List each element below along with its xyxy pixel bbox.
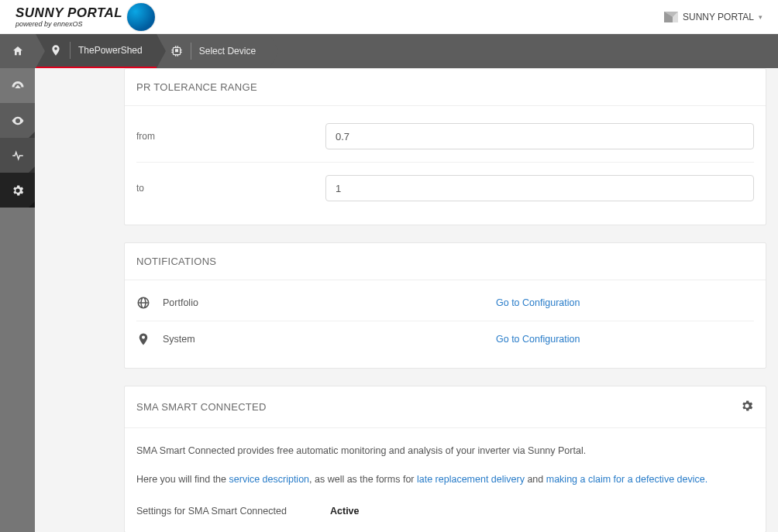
globe-icon bbox=[136, 296, 150, 310]
panel-pr-tolerance-title: PR TOLERANCE RANGE bbox=[136, 81, 257, 93]
breadcrumb-select-device-label: Select Device bbox=[199, 46, 256, 57]
link-portfolio-config[interactable]: Go to Configuration bbox=[496, 297, 580, 308]
gear-icon bbox=[740, 399, 754, 413]
input-pr-to[interactable] bbox=[325, 175, 754, 201]
breadcrumb-bar: ThePowerShed Select Device bbox=[0, 34, 778, 68]
home-icon bbox=[12, 45, 24, 57]
smart-setting-row: Settings for SMA Smart Connected Active bbox=[136, 490, 754, 521]
notification-row-portfolio: Portfolio Go to Configuration bbox=[136, 285, 754, 321]
smart-text-part-a: Here you will find the bbox=[136, 474, 229, 485]
smart-description-2: Here you will find the service descripti… bbox=[136, 462, 754, 490]
notification-row-system: System Go to Configuration bbox=[136, 321, 754, 357]
link-system-config[interactable]: Go to Configuration bbox=[496, 334, 580, 345]
portal-switcher[interactable]: SUNNY PORTAL ▾ bbox=[664, 12, 763, 22]
notification-portfolio-label: Portfolio bbox=[163, 297, 496, 308]
sidebar-item-monitor[interactable] bbox=[0, 103, 35, 138]
panel-pr-tolerance-header: PR TOLERANCE RANGE bbox=[125, 69, 766, 106]
logo-text-sub: powered by ennexOS bbox=[15, 21, 122, 28]
map-pin-icon bbox=[50, 44, 62, 57]
row-pr-to: to bbox=[136, 162, 754, 214]
label-pr-to: to bbox=[136, 183, 325, 194]
gear-icon bbox=[11, 184, 25, 197]
separator bbox=[70, 42, 71, 59]
logo-text-main: SUNNY PORTAL bbox=[15, 6, 122, 19]
link-late-replacement[interactable]: late replacement delivery bbox=[417, 474, 525, 485]
smart-setting-label: Settings for SMA Smart Connected bbox=[136, 506, 330, 517]
input-pr-from[interactable] bbox=[325, 123, 754, 149]
chip-icon bbox=[170, 45, 183, 57]
panel-sma-smart-connected: SMA SMART CONNECTED SMA Smart Connected … bbox=[124, 386, 766, 532]
main-content: PR TOLERANCE RANGE from to bbox=[35, 68, 778, 532]
sidebar-item-configuration[interactable] bbox=[0, 173, 35, 208]
logo-orb-icon bbox=[127, 3, 155, 31]
row-pr-from: from bbox=[136, 111, 754, 162]
separator bbox=[191, 43, 191, 60]
smart-text-part-b: , as well as the forms for bbox=[309, 474, 417, 485]
sma-logo-icon bbox=[664, 12, 678, 22]
sidebar-item-dashboard[interactable] bbox=[0, 68, 35, 103]
label-pr-from: from bbox=[136, 131, 325, 142]
panel-notifications-header: NOTIFICATIONS bbox=[125, 243, 766, 280]
portal-switcher-label: SUNNY PORTAL bbox=[683, 12, 754, 22]
smart-text-part-c: and bbox=[525, 474, 546, 485]
breadcrumb-system-label: ThePowerShed bbox=[78, 45, 143, 56]
panel-notifications-title: NOTIFICATIONS bbox=[136, 256, 216, 267]
panel-notifications: NOTIFICATIONS Portfolio Go to Configurat… bbox=[124, 242, 766, 369]
sidebar bbox=[0, 68, 35, 532]
sidebar-item-analysis[interactable] bbox=[0, 138, 35, 173]
notification-system-label: System bbox=[163, 334, 496, 345]
smart-settings-button[interactable] bbox=[740, 399, 754, 415]
smart-description-1: SMA Smart Connected provides free automa… bbox=[136, 433, 754, 462]
breadcrumb-select-device[interactable]: Select Device bbox=[157, 34, 270, 68]
pulse-icon bbox=[11, 149, 25, 163]
top-bar: SUNNY PORTAL powered by ennexOS SUNNY PO… bbox=[0, 0, 778, 34]
chevron-down-icon: ▾ bbox=[759, 13, 763, 21]
brand-logo[interactable]: SUNNY PORTAL powered by ennexOS bbox=[15, 3, 155, 31]
link-defective-claim[interactable]: making a claim for a defective device. bbox=[546, 474, 707, 485]
panel-smart-title: SMA SMART CONNECTED bbox=[136, 401, 267, 413]
eye-icon bbox=[11, 114, 25, 128]
smart-setting-value: Active bbox=[330, 506, 360, 517]
link-service-description[interactable]: service description bbox=[229, 474, 310, 485]
panel-smart-header: SMA SMART CONNECTED bbox=[125, 386, 766, 428]
breadcrumb-home[interactable] bbox=[0, 34, 36, 68]
panel-pr-tolerance: PR TOLERANCE RANGE from to bbox=[124, 68, 766, 225]
map-pin-icon bbox=[136, 332, 150, 346]
gauge-icon bbox=[11, 79, 25, 93]
breadcrumb-system[interactable]: ThePowerShed bbox=[36, 34, 157, 68]
